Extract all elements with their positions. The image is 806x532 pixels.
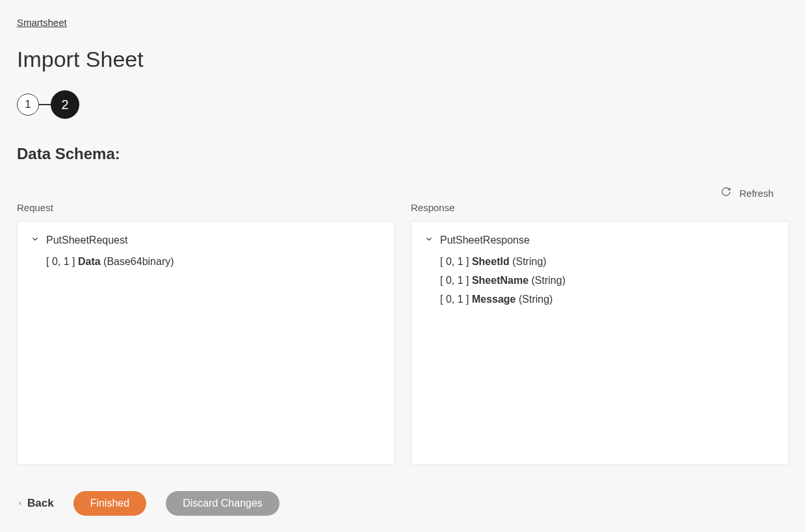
schema-columns: Request PutSheetRequest [ 0, 1 ] Data (B… bbox=[17, 202, 789, 465]
field-name: Data bbox=[78, 256, 101, 267]
field-name: SheetName bbox=[472, 275, 528, 286]
refresh-button[interactable]: Refresh bbox=[17, 186, 789, 199]
refresh-label: Refresh bbox=[739, 188, 774, 199]
request-field: [ 0, 1 ] Data (Base64binary) bbox=[46, 253, 382, 272]
field-type: (String) bbox=[512, 256, 546, 267]
field-cardinality: [ 0, 1 ] bbox=[440, 275, 469, 286]
response-field: [ 0, 1 ] Message (String) bbox=[440, 290, 775, 309]
step-connector bbox=[39, 104, 51, 105]
field-type: (Base64binary) bbox=[103, 256, 174, 267]
step-1[interactable]: 1 bbox=[17, 94, 39, 116]
request-box: PutSheetRequest [ 0, 1 ] Data (Base64bin… bbox=[17, 221, 395, 465]
response-field: [ 0, 1 ] SheetId (String) bbox=[440, 253, 775, 272]
refresh-icon bbox=[721, 186, 731, 199]
response-root-name: PutSheetResponse bbox=[440, 234, 530, 246]
response-field: [ 0, 1 ] SheetName (String) bbox=[440, 272, 775, 290]
field-name: SheetId bbox=[472, 256, 510, 267]
response-root[interactable]: PutSheetResponse bbox=[424, 234, 775, 246]
chevron-down-icon bbox=[424, 234, 434, 246]
response-box: PutSheetResponse [ 0, 1 ] SheetId (Strin… bbox=[411, 221, 789, 465]
section-title-data-schema: Data Schema: bbox=[17, 145, 789, 163]
breadcrumb: Smartsheet bbox=[17, 17, 789, 29]
stepper: 1 2 bbox=[17, 90, 789, 119]
field-cardinality: [ 0, 1 ] bbox=[46, 256, 75, 267]
response-label: Response bbox=[411, 202, 789, 213]
schema-col-request: Request PutSheetRequest [ 0, 1 ] Data (B… bbox=[17, 202, 395, 465]
schema-col-response: Response PutSheetResponse [ 0, 1 ] Sheet… bbox=[411, 202, 789, 465]
page-title: Import Sheet bbox=[17, 47, 789, 72]
back-button[interactable]: Back bbox=[17, 497, 54, 510]
field-name: Message bbox=[472, 294, 516, 305]
step-2[interactable]: 2 bbox=[51, 90, 79, 119]
footer-buttons: Back Finished Discard Changes bbox=[17, 491, 789, 516]
finished-button[interactable]: Finished bbox=[73, 491, 146, 516]
breadcrumb-link-smartsheet[interactable]: Smartsheet bbox=[17, 17, 67, 28]
request-root[interactable]: PutSheetRequest bbox=[31, 234, 382, 246]
field-cardinality: [ 0, 1 ] bbox=[440, 256, 469, 267]
field-type: (String) bbox=[532, 275, 566, 286]
back-label: Back bbox=[27, 497, 54, 510]
field-cardinality: [ 0, 1 ] bbox=[440, 294, 469, 305]
chevron-down-icon bbox=[31, 234, 40, 246]
discard-changes-button[interactable]: Discard Changes bbox=[166, 491, 280, 516]
request-root-name: PutSheetRequest bbox=[46, 234, 127, 246]
chevron-left-icon bbox=[17, 499, 23, 508]
request-label: Request bbox=[17, 202, 395, 213]
field-type: (String) bbox=[519, 294, 552, 305]
